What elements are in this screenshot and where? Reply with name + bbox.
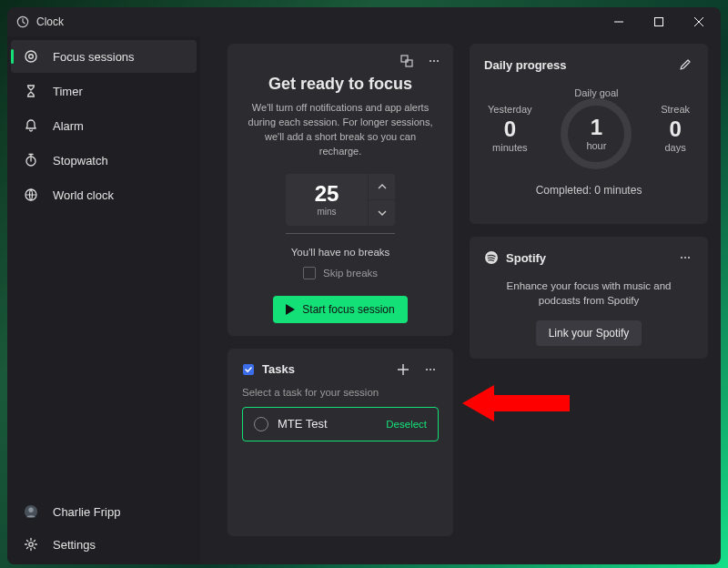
tasks-card: Tasks Select a task for [228, 349, 453, 536]
avatar-icon [24, 504, 38, 519]
spotify-more-button[interactable] [677, 249, 693, 266]
svg-point-3 [29, 55, 34, 59]
sidebar-settings[interactable]: Settings [11, 528, 197, 561]
plus-icon [397, 363, 410, 376]
window-controls [599, 9, 719, 35]
clock-app-icon [16, 15, 29, 28]
skip-breaks-row[interactable]: Skip breaks [242, 267, 439, 279]
play-icon [286, 304, 295, 315]
user-name: Charlie Fripp [53, 505, 120, 519]
spotify-icon [484, 250, 499, 265]
svg-point-15 [426, 369, 428, 370]
breaks-text: You'll have no breaks [242, 247, 439, 258]
streak-label: Streak [661, 104, 690, 115]
main-content: Get ready to focus We'll turn off notifi… [200, 36, 721, 564]
sidebar-item-label: World clock [53, 188, 114, 202]
hourglass-icon [24, 84, 38, 98]
task-name: MTE Test [278, 417, 328, 431]
spotify-card: Spotify Enhance your focus with music an… [470, 237, 708, 359]
task-radio[interactable] [254, 417, 268, 431]
svg-point-16 [430, 369, 431, 370]
focus-heading: Get ready to focus [242, 75, 439, 94]
streak-value: 0 [661, 117, 690, 142]
expand-icon[interactable] [399, 53, 415, 69]
svg-point-12 [433, 60, 435, 62]
duration-increase-button[interactable] [369, 174, 395, 200]
duration-unit: mins [286, 207, 368, 217]
svg-point-13 [437, 60, 439, 62]
spotify-title: Spotify [506, 251, 546, 265]
svg-point-21 [688, 257, 690, 259]
sidebar-item-label: Timer [53, 85, 83, 98]
svg-point-20 [684, 257, 686, 259]
gear-icon [24, 537, 38, 552]
link-spotify-button[interactable]: Link your Spotify [536, 320, 642, 346]
more-icon[interactable] [426, 53, 442, 69]
start-button-label: Start focus session [302, 303, 394, 316]
yesterday-value: 0 [488, 117, 532, 142]
sidebar-item-alarm[interactable]: Alarm [11, 109, 197, 142]
spotify-description: Enhance your focus with music and podcas… [491, 279, 686, 308]
sidebar-user[interactable]: Charlie Fripp [11, 495, 197, 528]
sidebar-item-world-clock[interactable]: World clock [11, 178, 197, 211]
goal-label: Daily goal [561, 87, 632, 98]
deselect-button[interactable]: Deselect [386, 419, 427, 430]
skip-breaks-label: Skip breaks [323, 268, 378, 279]
duration-stepper: 25 mins [286, 174, 395, 226]
start-focus-button[interactable]: Start focus session [273, 296, 407, 323]
sidebar-item-label: Focus sessions [53, 50, 135, 64]
tasks-title: Tasks [262, 362, 295, 376]
tasks-more-button[interactable] [422, 361, 439, 378]
svg-point-7 [28, 508, 33, 512]
minimize-button[interactable] [599, 9, 639, 35]
pencil-icon [679, 58, 692, 71]
svg-point-17 [433, 369, 435, 370]
duration-display[interactable]: 25 mins [286, 174, 368, 226]
close-icon [694, 17, 703, 26]
more-icon [424, 363, 437, 376]
close-button[interactable] [679, 9, 719, 35]
skip-breaks-checkbox[interactable] [303, 267, 316, 279]
yesterday-label: Yesterday [488, 104, 532, 115]
focus-icon [24, 49, 38, 64]
divider [286, 233, 395, 234]
svg-rect-10 [406, 60, 412, 66]
clock-app-window: Clock Focus sessions [7, 7, 721, 564]
stopwatch-icon [24, 153, 38, 167]
svg-point-8 [29, 543, 33, 546]
add-task-button[interactable] [395, 361, 411, 378]
sidebar-item-label: Stopwatch [53, 154, 108, 167]
maximize-icon [654, 17, 663, 26]
chevron-up-icon [378, 182, 387, 191]
globe-icon [24, 188, 38, 202]
maximize-button[interactable] [639, 9, 679, 35]
daily-goal-stat: Daily goal 1 hour [561, 87, 632, 169]
more-icon [679, 251, 692, 264]
chevron-down-icon [378, 208, 387, 218]
minimize-icon [614, 17, 623, 26]
sidebar-item-timer[interactable]: Timer [11, 75, 197, 107]
task-item[interactable]: MTE Test Deselect [242, 407, 439, 441]
bell-icon [24, 118, 38, 133]
svg-rect-14 [243, 364, 254, 375]
focus-card: Get ready to focus We'll turn off notifi… [228, 44, 453, 336]
daily-progress-title: Daily progress [484, 58, 566, 72]
settings-label: Settings [53, 538, 96, 552]
svg-rect-1 [655, 18, 663, 26]
sidebar-item-label: Alarm [53, 119, 84, 133]
app-title: Clock [36, 15, 64, 28]
edit-goal-button[interactable] [677, 56, 693, 73]
yesterday-unit: minutes [488, 142, 532, 153]
focus-description: We'll turn off notifications and app ale… [246, 101, 435, 159]
goal-value: 1 [591, 115, 602, 140]
streak-unit: days [661, 142, 690, 153]
sidebar-item-focus-sessions[interactable]: Focus sessions [11, 40, 197, 73]
sidebar-item-stopwatch[interactable]: Stopwatch [11, 144, 197, 177]
todo-icon [242, 363, 255, 376]
duration-decrease-button[interactable] [369, 200, 395, 226]
goal-ring: 1 hour [561, 98, 632, 169]
svg-point-11 [430, 60, 431, 62]
titlebar-left: Clock [16, 15, 64, 28]
sidebar: Focus sessions Timer Alarm [7, 36, 200, 564]
daily-progress-card: Daily progress Yesterday 0 minutes [470, 44, 708, 224]
